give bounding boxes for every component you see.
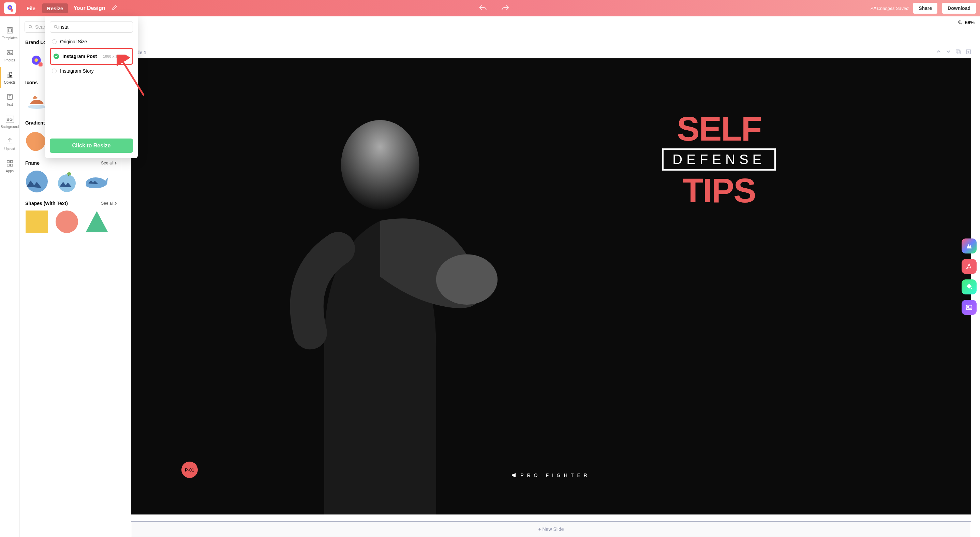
svg-point-18 [28,105,46,109]
frame-apple-thumb[interactable] [54,169,79,194]
zoom-control[interactable]: 68% [958,20,975,25]
resize-search[interactable] [50,21,133,33]
app-logo[interactable] [4,2,16,14]
resize-option-label: Original Size [60,39,87,45]
svg-rect-17 [38,62,43,67]
sidebar-item-label: Objects [4,81,16,84]
svg-point-20 [26,171,48,193]
svg-rect-10 [7,161,9,163]
sidebar-item-label: Photos [5,58,15,62]
apps-icon [5,159,14,168]
svg-text:BG: BG [6,117,13,122]
svg-rect-13 [10,164,12,166]
svg-point-21 [58,174,76,192]
resize-option-instagram-story[interactable]: Instagram Story [50,65,133,77]
sidebar-item-text[interactable]: Text [0,89,19,110]
radio-icon [52,69,57,73]
top-bar: File Resize Your Design All Changes Save… [0,0,980,16]
svg-rect-11 [10,161,12,163]
section-frame: Frame See all [25,160,117,166]
svg-point-33 [436,254,498,305]
resize-option-dims: 1080 x 1080 px [103,54,129,58]
svg-point-24 [56,210,78,233]
zoom-value: 68% [965,20,975,25]
svg-point-32 [341,120,419,209]
svg-point-22 [67,172,71,175]
svg-rect-2 [11,9,13,11]
resize-option-instagram-post[interactable]: Instagram Post 1080 x 1080 px [51,50,131,62]
slide-line3: TIPS [526,175,912,206]
slide-badge: P-01 [181,462,198,478]
templates-icon [5,26,14,35]
sidebar-item-label: Upload [5,147,15,151]
upload-icon [5,137,14,146]
svg-point-16 [35,58,38,62]
sidebar-item-label: Background [1,125,19,129]
text-icon [5,92,14,101]
shape-square-thumb[interactable] [25,209,49,234]
resize-option-label: Instagram Story [60,68,94,74]
sidebar-item-background[interactable]: BG Background [0,111,19,132]
sidebar-item-upload[interactable]: Upload [0,134,19,154]
svg-point-34 [971,288,972,290]
sidebar-item-photos[interactable]: Photos [0,45,19,65]
float-tool-palette[interactable] [962,239,977,253]
shape-circle-thumb[interactable] [54,209,79,234]
radio-icon [52,39,57,44]
new-slide-button[interactable]: + New Slide [131,521,971,537]
slide-down-icon[interactable] [946,49,951,56]
float-tool-font[interactable] [962,259,977,274]
undo-icon[interactable] [479,5,487,12]
resize-option-label: Instagram Post [62,54,97,59]
resize-search-input[interactable] [58,24,129,30]
background-icon: BG [5,115,14,124]
fighter-image [198,95,535,515]
slide-add-icon[interactable] [966,49,971,56]
sidebar-item-label: Apps [6,169,14,173]
float-tool-fill[interactable] [962,279,977,295]
floating-tools [962,239,977,315]
svg-rect-23 [25,210,48,233]
share-button[interactable]: Share [913,3,937,14]
svg-rect-4 [8,29,11,32]
see-all-shapes[interactable]: See all [101,201,117,206]
svg-marker-25 [86,211,108,232]
sidebar-item-templates[interactable]: Templates [0,22,19,43]
sidebar-item-label: Text [6,103,13,107]
svg-rect-29 [956,50,959,53]
sidebar: Templates Photos Objects Text BG Backgro… [0,16,20,537]
svg-rect-30 [957,51,960,54]
edit-title-icon[interactable] [112,5,117,11]
sidebar-item-objects[interactable]: Objects [0,67,19,88]
slide-canvas[interactable]: SELF DEFENSE TIPS P-01 PRO FIGHTER [131,58,971,515]
svg-point-1 [9,6,11,8]
resize-menu[interactable]: Resize [42,3,68,13]
slide-line1: SELF [526,113,912,144]
resize-confirm-button[interactable]: Click to Resize [50,139,133,153]
photos-icon [5,48,14,57]
section-shapes-text: Shapes (With Text) See all [25,201,117,206]
svg-rect-12 [7,164,9,166]
save-status: All Changes Saved [871,6,909,11]
sidebar-item-apps[interactable]: Apps [0,156,19,176]
redo-icon[interactable] [501,5,510,12]
shape-triangle-thumb[interactable] [84,209,109,234]
slide-up-icon[interactable] [936,49,941,56]
design-title[interactable]: Your Design [73,5,105,11]
megaphone-icon [511,473,517,478]
slide-duplicate-icon[interactable] [955,49,961,56]
resize-dropdown: Original Size Instagram Post 1080 x 1080… [45,16,138,158]
slide-headline: SELF DEFENSE TIPS [526,113,912,206]
float-tool-image[interactable] [962,300,977,315]
frame-mountain-thumb[interactable] [25,169,49,194]
see-all-frame[interactable]: See all [101,161,117,166]
canvas-area: 68% Slide 1 SELF DEFENSE [122,16,980,537]
frame-whale-thumb[interactable] [84,169,109,194]
resize-option-highlight: Instagram Post 1080 x 1080 px [50,48,133,65]
check-icon [54,54,59,59]
download-button[interactable]: Download [942,3,976,14]
file-menu[interactable]: File [22,3,40,13]
resize-option-original[interactable]: Original Size [50,35,133,48]
objects-icon [5,70,14,79]
sidebar-item-label: Templates [2,36,18,40]
